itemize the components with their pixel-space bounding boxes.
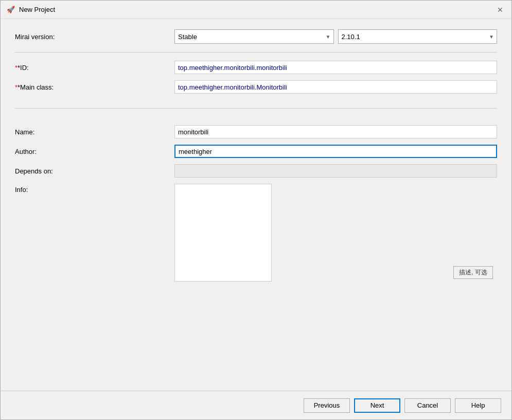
id-row: **ID: [15, 61, 497, 74]
name-label: Name: [15, 128, 174, 136]
main-class-label: **Main class: [15, 83, 174, 91]
dialog-footer: Previous Next Cancel Help [1, 391, 511, 419]
author-row: Author: [15, 145, 497, 158]
author-label: Author: [15, 148, 174, 155]
depends-on-input[interactable] [174, 164, 497, 178]
dialog-content: Mirai version: Stable Beta Nightly ▼ 2.1… [1, 19, 511, 391]
divider-2 [15, 108, 497, 109]
author-input[interactable] [174, 145, 497, 158]
info-textarea[interactable] [174, 184, 272, 282]
name-input[interactable] [174, 125, 497, 138]
cancel-button[interactable]: Cancel [404, 398, 451, 413]
main-class-input[interactable] [174, 80, 497, 94]
info-textarea-wrapper: 描述, 可选 [174, 184, 497, 283]
name-row: Name: [15, 125, 497, 138]
info-label: Info: [15, 184, 174, 194]
divider-1 [15, 52, 497, 52]
id-label: **ID: [15, 64, 174, 72]
next-button[interactable]: Next [354, 398, 400, 413]
version-select-wrapper: 2.10.1 2.10.0 2.9.2 ▼ [338, 29, 498, 44]
close-button[interactable]: ✕ [495, 5, 505, 15]
channel-select-wrapper: Stable Beta Nightly ▼ [174, 29, 334, 44]
info-row: Info: 描述, 可选 [15, 184, 497, 283]
new-project-dialog: 🚀 New Project ✕ Mirai version: Stable Be… [0, 0, 512, 420]
depends-on-row: Depends on: [15, 164, 497, 178]
title-bar: 🚀 New Project ✕ [1, 1, 511, 19]
version-row: Mirai version: Stable Beta Nightly ▼ 2.1… [15, 29, 497, 44]
depends-on-label: Depends on: [15, 167, 174, 175]
window-title: New Project [19, 6, 55, 13]
channel-select[interactable]: Stable Beta Nightly [174, 29, 334, 44]
main-class-row: **Main class: [15, 80, 497, 94]
version-select[interactable]: 2.10.1 2.10.0 2.9.2 [338, 29, 498, 44]
version-label: Mirai version: [15, 33, 174, 41]
title-bar-left: 🚀 New Project [7, 6, 55, 14]
version-selects: Stable Beta Nightly ▼ 2.10.1 2.10.0 2.9.… [174, 29, 497, 44]
previous-button[interactable]: Previous [304, 398, 350, 413]
info-placeholder-button[interactable]: 描述, 可选 [453, 266, 493, 279]
help-button[interactable]: Help [455, 398, 501, 413]
id-input[interactable] [174, 61, 497, 74]
app-icon: 🚀 [7, 6, 15, 14]
spacer-1 [15, 117, 497, 125]
